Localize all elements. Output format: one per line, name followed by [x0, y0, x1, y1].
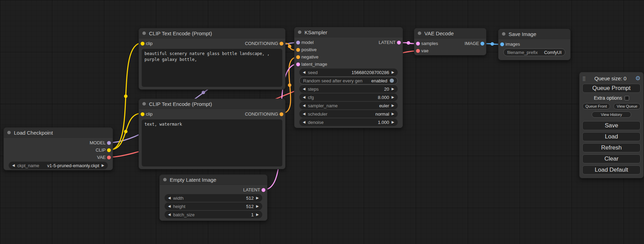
node-header[interactable]: Empty Latent Image [160, 175, 267, 185]
output-slot-conditioning[interactable] [280, 42, 283, 45]
ckpt-name-widget[interactable]: ◀ ckpt_name v1-5-pruned-emaonly.ckpt ▶ [9, 162, 108, 169]
node-graph-canvas[interactable]: Load Checkpoint MODEL CLIP VAE ◀ ckpt_na… [0, 0, 644, 244]
widget-value: 1 [251, 212, 254, 217]
collapse-dot-icon[interactable] [502, 32, 505, 36]
input-slot-clip[interactable] [141, 112, 144, 116]
node-header[interactable]: CLIP Text Encode (Prompt) [139, 99, 285, 109]
decrement-arrow-icon[interactable]: ◀ [12, 164, 15, 167]
node-header[interactable]: Save Image [499, 29, 570, 39]
positive-prompt-textarea[interactable]: beautiful scenery nature glass bottle la… [142, 49, 282, 87]
link-midpoint-dot [202, 91, 205, 94]
cfg-widget[interactable]: ◀ cfg 8.000 ▶ [299, 93, 398, 101]
refresh-button[interactable]: Refresh [582, 143, 641, 152]
input-slot-samples[interactable] [416, 42, 420, 45]
collapse-dot-icon[interactable] [142, 31, 146, 35]
increment-arrow-icon[interactable]: ▶ [391, 71, 394, 74]
negative-prompt-textarea[interactable]: text, watermark [142, 119, 282, 166]
widget-label: batch_size [173, 212, 195, 217]
node-header[interactable]: VAE Decode [414, 28, 486, 38]
collapse-dot-icon[interactable] [7, 131, 11, 134]
decrement-arrow-icon[interactable]: ◀ [168, 205, 171, 208]
view-queue-button[interactable]: View Queue [614, 103, 641, 109]
seed-widget[interactable]: ◀ seed 156680208700286 ▶ [299, 69, 398, 76]
toggle-on-icon[interactable] [390, 79, 394, 83]
increment-arrow-icon[interactable]: ▶ [256, 205, 259, 208]
increment-arrow-icon[interactable]: ▶ [256, 196, 259, 200]
input-slot-positive[interactable] [296, 48, 300, 52]
queue-prompt-button[interactable]: Queue Prompt [582, 84, 641, 93]
widget-value: 1.000 [378, 120, 389, 125]
output-slot-image[interactable] [480, 42, 484, 45]
node-load-checkpoint[interactable]: Load Checkpoint MODEL CLIP VAE ◀ ckpt_na… [3, 127, 113, 170]
output-slot-model[interactable] [107, 141, 111, 145]
scheduler-widget[interactable]: ◀ scheduler normal ▶ [299, 110, 398, 118]
increment-arrow-icon[interactable]: ▶ [256, 213, 259, 216]
input-slot-negative[interactable] [296, 55, 300, 59]
node-empty-latent-image[interactable]: Empty Latent Image LATENT ◀ width 512 ▶ … [159, 174, 267, 221]
collapse-dot-icon[interactable] [418, 31, 421, 35]
node-header[interactable]: CLIP Text Encode (Prompt) [139, 28, 285, 38]
output-slot-clip[interactable] [107, 148, 111, 152]
increment-arrow-icon[interactable]: ▶ [391, 87, 394, 91]
decrement-arrow-icon[interactable]: ◀ [168, 213, 171, 216]
node-title: KSampler [305, 29, 327, 35]
decrement-arrow-icon[interactable]: ◀ [303, 112, 306, 116]
queue-front-button[interactable]: Queue Front [582, 103, 610, 109]
widget-value: ComfyUI [544, 50, 562, 55]
decrement-arrow-icon[interactable]: ◀ [303, 120, 306, 124]
width-widget[interactable]: ◀ width 512 ▶ [165, 194, 262, 202]
load-button[interactable]: Load [582, 132, 641, 141]
widget-label: cfg [308, 95, 314, 100]
increment-arrow-icon[interactable]: ▶ [391, 120, 394, 124]
decrement-arrow-icon[interactable]: ◀ [303, 87, 306, 91]
output-slot-latent[interactable] [262, 188, 265, 192]
node-save-image[interactable]: Save Image images filename_prefix ComfyU… [498, 29, 571, 60]
save-button[interactable]: Save [582, 121, 641, 130]
random-seed-toggle-widget[interactable]: Random seed after every gen enabled [299, 77, 398, 84]
decrement-arrow-icon[interactable]: ◀ [168, 196, 171, 200]
node-clip-text-encode-negative[interactable]: CLIP Text Encode (Prompt) clip CONDITION… [139, 99, 285, 169]
node-clip-text-encode-positive[interactable]: CLIP Text Encode (Prompt) clip CONDITION… [139, 28, 285, 90]
node-header[interactable]: KSampler [294, 27, 403, 37]
output-slot-latent[interactable] [397, 40, 401, 44]
queue-panel-header: ⣿ Queue size: 0 ⚙ [582, 75, 641, 82]
sampler-name-widget[interactable]: ◀ sampler_name euler ▶ [299, 102, 398, 109]
input-slot-images[interactable] [500, 42, 504, 46]
widget-label: denoise [308, 120, 324, 125]
drag-handle-icon[interactable]: ⣿ [582, 76, 586, 81]
slot-row: negative [294, 53, 403, 61]
increment-arrow-icon[interactable]: ▶ [102, 164, 104, 167]
load-default-button[interactable]: Load Default [582, 165, 641, 174]
extra-options-checkbox[interactable] [625, 96, 629, 100]
clear-button[interactable]: Clear [582, 154, 641, 163]
node-vae-decode[interactable]: VAE Decode samples IMAGE vae [414, 28, 486, 55]
input-slot-latent-image[interactable] [296, 62, 300, 66]
increment-arrow-icon[interactable]: ▶ [391, 96, 394, 99]
increment-arrow-icon[interactable]: ▶ [391, 104, 394, 107]
batch-size-widget[interactable]: ◀ batch_size 1 ▶ [165, 211, 262, 218]
slot-row: images [499, 40, 570, 48]
height-widget[interactable]: ◀ height 512 ▶ [165, 202, 262, 210]
denoise-widget[interactable]: ◀ denoise 1.000 ▶ [299, 118, 398, 126]
node-ksampler[interactable]: KSampler model LATENT positive negative … [294, 27, 403, 128]
output-slot-conditioning[interactable] [280, 112, 283, 116]
input-slot-model[interactable] [296, 40, 300, 44]
collapse-dot-icon[interactable] [163, 178, 167, 181]
slot-label-latent: LATENT [243, 187, 260, 192]
view-history-button[interactable]: View History [592, 111, 631, 118]
collapse-dot-icon[interactable] [298, 30, 301, 34]
increment-arrow-icon[interactable]: ▶ [391, 112, 394, 116]
link-midpoint-dot [491, 42, 494, 46]
filename-prefix-widget[interactable]: filename_prefix ComfyUI [503, 48, 565, 56]
settings-gear-icon[interactable]: ⚙ [635, 75, 641, 81]
input-slot-vae[interactable] [416, 49, 420, 53]
slot-label-model: model [301, 40, 314, 45]
decrement-arrow-icon[interactable]: ◀ [303, 96, 306, 99]
input-slot-clip[interactable] [141, 42, 144, 45]
collapse-dot-icon[interactable] [142, 102, 146, 106]
decrement-arrow-icon[interactable]: ◀ [303, 104, 306, 107]
steps-widget[interactable]: ◀ steps 20 ▶ [299, 85, 398, 93]
decrement-arrow-icon[interactable]: ◀ [303, 71, 306, 74]
output-slot-vae[interactable] [107, 155, 111, 159]
node-header[interactable]: Load Checkpoint [4, 128, 113, 138]
